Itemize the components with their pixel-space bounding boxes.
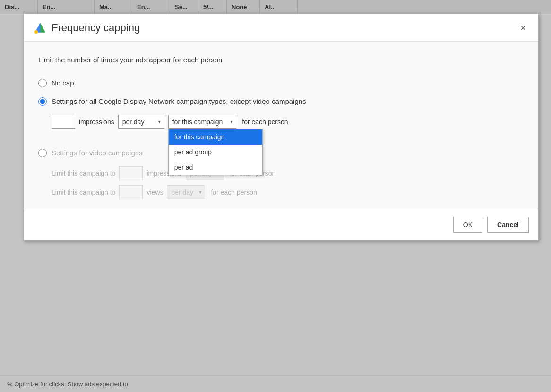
video-settings-row: Settings for video campaigns: [38, 148, 524, 158]
gdn-settings-label: Settings for all Google Display Network …: [52, 96, 306, 106]
impressions-input[interactable]: [52, 115, 75, 129]
per-day-select-wrapper: per day per week per month: [118, 115, 164, 129]
video-impressions-row: Limit this campaign to impressions per d…: [52, 166, 524, 180]
limit-text-2: Limit this campaign to: [52, 188, 115, 196]
modal-body: Limit the number of times your ads appea…: [24, 42, 538, 209]
modal-title: Frequency capping: [52, 22, 140, 34]
video-for-each-person-2: for each person: [211, 188, 257, 196]
close-button[interactable]: ×: [517, 22, 529, 34]
impressions-label: impressions: [79, 118, 114, 126]
dropdown-item-ad[interactable]: per ad: [169, 160, 262, 175]
gdn-settings-row: Settings for all Google Display Network …: [38, 96, 524, 106]
modal-title-area: Frequency capping: [34, 21, 140, 34]
video-views-per-day-select: per day: [167, 185, 205, 199]
campaign-select-button[interactable]: for this campaign: [168, 115, 237, 129]
views-label: views: [146, 188, 163, 196]
no-cap-radio[interactable]: [38, 79, 47, 87]
frequency-capping-modal: Frequency capping × Limit the number of …: [24, 13, 539, 241]
video-settings-radio[interactable]: [38, 149, 47, 157]
svg-point-2: [34, 30, 38, 34]
video-views-input: [119, 185, 143, 199]
campaign-select-wrapper: for this campaign for this campaign per …: [168, 115, 237, 129]
video-views-per-day-select-wrapper: per day: [167, 185, 205, 199]
dropdown-item-adgroup[interactable]: per ad group: [169, 145, 262, 160]
video-settings-label: Settings for video campaigns: [52, 148, 143, 158]
description-text: Limit the number of times your ads appea…: [38, 56, 524, 64]
no-cap-row: No cap: [38, 78, 524, 88]
video-views-row: Limit this campaign to views per day for…: [52, 185, 524, 199]
impressions-row: impressions per day per week per month f…: [52, 115, 524, 129]
limit-text-1: Limit this campaign to: [52, 170, 115, 177]
google-ads-logo-icon: [34, 21, 47, 34]
no-cap-label: No cap: [52, 78, 74, 88]
per-day-select[interactable]: per day per week per month: [118, 115, 164, 129]
ok-button[interactable]: OK: [453, 217, 482, 233]
video-section: Settings for video campaigns Limit this …: [38, 138, 524, 199]
modal-header: Frequency capping ×: [24, 14, 538, 42]
dropdown-item-campaign[interactable]: for this campaign: [169, 129, 262, 145]
video-impressions-input: [119, 166, 143, 180]
cancel-button[interactable]: Cancel: [487, 217, 529, 233]
gdn-settings-radio[interactable]: [38, 97, 47, 106]
for-each-person-label: for each person: [242, 118, 288, 126]
modal-footer: OK Cancel: [24, 209, 538, 240]
svg-marker-0: [40, 23, 45, 33]
campaign-dropdown-list: for this campaign per ad group per ad: [168, 129, 263, 175]
